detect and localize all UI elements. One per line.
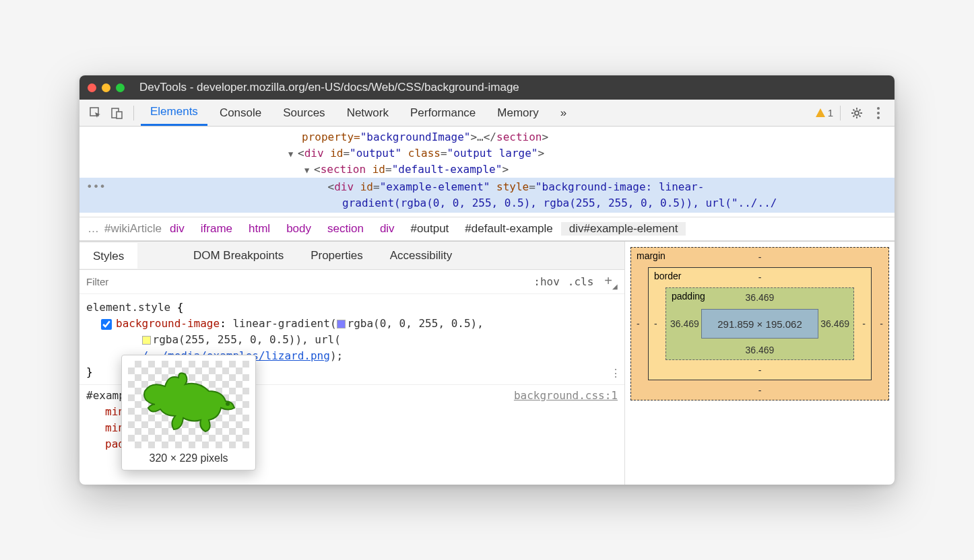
tab-console[interactable]: Console bbox=[210, 101, 271, 125]
maximize-window-button[interactable] bbox=[116, 83, 125, 92]
css-selector: element.style bbox=[86, 301, 170, 314]
warnings-count: 1 bbox=[828, 107, 833, 118]
breadcrumb-item[interactable]: section bbox=[319, 222, 372, 236]
computed-box-model: margin - - - - border - - - - padding 36… bbox=[625, 242, 895, 485]
styles-filter-input[interactable] bbox=[79, 276, 527, 287]
dom-tree[interactable]: property="backgroundImage">…</section> ▼… bbox=[79, 127, 895, 217]
traffic-lights bbox=[88, 83, 125, 92]
breadcrumb: … #wikiArticle div iframe html body sect… bbox=[79, 217, 895, 241]
close-window-button[interactable] bbox=[88, 83, 96, 92]
attr-value: "backgroundImage" bbox=[360, 131, 471, 143]
svg-point-3 bbox=[855, 111, 859, 115]
box-content[interactable]: 291.859 × 195.062 bbox=[701, 309, 818, 339]
property-toggle-checkbox[interactable] bbox=[101, 319, 112, 330]
tag-close: section bbox=[496, 131, 542, 143]
lizard-icon bbox=[135, 368, 242, 442]
source-link[interactable]: background.css:1 bbox=[514, 388, 618, 404]
warning-icon bbox=[816, 108, 825, 117]
selected-dom-node[interactable]: ••• <div id="example-element" style="bac… bbox=[79, 178, 895, 213]
titlebar: DevTools - developer.mozilla.org/en-US/d… bbox=[79, 75, 895, 100]
subtab-properties[interactable]: Properties bbox=[297, 244, 376, 268]
preview-dimensions: 320 × 229 pixels bbox=[127, 452, 250, 464]
breadcrumb-item[interactable]: div bbox=[162, 222, 193, 236]
color-swatch-icon[interactable] bbox=[337, 320, 346, 328]
styles-filter-bar: :hov .cls +◢ bbox=[79, 270, 624, 294]
breadcrumb-item[interactable]: div bbox=[372, 222, 403, 236]
settings-gear-icon[interactable] bbox=[847, 104, 866, 123]
minimize-window-button[interactable] bbox=[102, 83, 110, 92]
more-menu-icon[interactable] bbox=[869, 104, 888, 123]
breadcrumb-item[interactable]: #output bbox=[403, 222, 457, 236]
color-swatch-icon[interactable] bbox=[142, 336, 151, 345]
breadcrumb-item[interactable]: #wikiArticle bbox=[104, 222, 162, 236]
breadcrumb-ellipsis[interactable]: … bbox=[82, 222, 104, 236]
tab-sources[interactable]: Sources bbox=[273, 101, 334, 125]
device-toolbar-icon[interactable] bbox=[108, 104, 127, 123]
window-title: DevTools - developer.mozilla.org/en-US/d… bbox=[139, 81, 519, 94]
image-preview-tooltip: 320 × 229 pixels bbox=[121, 355, 256, 470]
divider bbox=[840, 106, 841, 120]
css-property: background-image bbox=[116, 317, 220, 330]
svg-point-4 bbox=[226, 402, 230, 406]
subtab-styles[interactable]: Styles bbox=[79, 243, 137, 269]
attr-name: property= bbox=[302, 131, 360, 143]
divider bbox=[133, 106, 134, 120]
cls-toggle[interactable]: .cls bbox=[568, 275, 594, 288]
hov-toggle[interactable]: :hov bbox=[533, 275, 560, 288]
new-style-rule-button[interactable]: +◢ bbox=[600, 273, 624, 290]
bottom-pane: 320 × 229 pixels Styles XX DOM Breakpoin… bbox=[79, 241, 895, 485]
tab-network[interactable]: Network bbox=[337, 101, 398, 125]
breadcrumb-item[interactable]: iframe bbox=[193, 222, 240, 236]
content-dimensions: 291.859 × 195.062 bbox=[717, 318, 802, 330]
subtab-dom-breakpoints[interactable]: DOM Breakpoints bbox=[180, 244, 297, 268]
main-toolbar: Elements Console Sources Network Perform… bbox=[79, 100, 895, 127]
breadcrumb-current[interactable]: div#example-element bbox=[561, 222, 686, 236]
tab-memory[interactable]: Memory bbox=[488, 101, 548, 125]
breadcrumb-item[interactable]: #default-example bbox=[457, 222, 560, 236]
devtools-window: DevTools - developer.mozilla.org/en-US/d… bbox=[79, 75, 895, 485]
breadcrumb-item[interactable]: body bbox=[278, 222, 319, 236]
sidebar-tabs: Styles XX DOM Breakpoints Properties Acc… bbox=[79, 242, 624, 270]
rule-more-icon[interactable]: ⋮ bbox=[610, 365, 620, 382]
subtab-accessibility[interactable]: Accessibility bbox=[377, 244, 466, 268]
tab-performance[interactable]: Performance bbox=[401, 101, 485, 125]
inspect-element-icon[interactable] bbox=[86, 104, 105, 123]
tab-elements[interactable]: Elements bbox=[141, 100, 207, 126]
warnings-badge[interactable]: 1 bbox=[816, 107, 833, 118]
preview-checkerboard bbox=[128, 361, 249, 448]
svg-rect-2 bbox=[117, 112, 122, 118]
breadcrumb-item[interactable]: html bbox=[240, 222, 278, 236]
tabs-overflow[interactable]: » bbox=[551, 101, 576, 125]
